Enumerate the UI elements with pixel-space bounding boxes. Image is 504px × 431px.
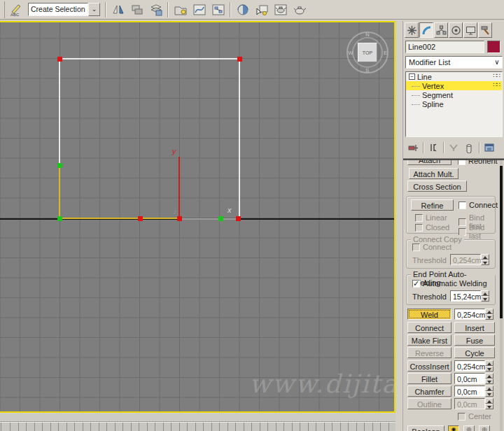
spin-down-icon[interactable] [485,314,493,320]
stack-item-vertex[interactable]: Vertex ∷∷ [406,81,502,90]
bind-last-checkbox[interactable]: Bind last [458,223,495,240]
checkbox-icon[interactable] [458,202,466,209]
spline-segment-left-upper[interactable] [59,59,60,165]
spline-vertex[interactable] [57,57,62,62]
layer-manager-icon[interactable] [147,1,164,18]
viewport-top[interactable]: y x z N S W E TOP www.dijitalde [0,22,394,411]
weld-spinner[interactable]: 0,254cm [454,309,493,320]
reorient-checkbox[interactable]: Reorient [458,160,498,165]
stack-item-spline[interactable]: Spline [406,99,502,108]
render-production-icon[interactable] [290,1,308,18]
show-end-result-icon[interactable] [426,141,441,155]
viewcube-east[interactable]: E [384,50,387,56]
checkbox-icon[interactable] [412,280,420,288]
spline-vertex[interactable] [57,163,62,168]
spline-segment-top[interactable] [59,58,239,59]
object-color-swatch[interactable] [487,41,500,53]
mirror-icon[interactable] [109,1,127,18]
spline-segment-bottom-selected[interactable] [59,218,179,219]
boolean-intersect-icon[interactable]: ◎ [479,425,490,431]
spin-up-icon[interactable] [485,309,493,314]
weld-threshold-spinner[interactable]: 15,24cm [450,290,489,302]
make-unique-icon[interactable] [446,141,461,155]
cross-insert-button[interactable]: CrossInsert [407,360,451,372]
spin-up-icon[interactable] [485,386,493,391]
spline-vertex[interactable] [57,216,62,221]
spin-up-icon[interactable] [485,360,493,366]
spin-up-icon[interactable] [481,290,489,296]
spline-segment-right[interactable] [239,59,240,218]
stack-item-segment[interactable]: Segment [406,90,502,99]
stack-item-line[interactable]: − Line ∷∷ [406,72,502,81]
spin-down-icon[interactable] [485,379,493,384]
rollout-scrollbar[interactable] [500,160,503,431]
fillet-button[interactable]: Fillet [407,373,451,384]
remove-modifier-icon[interactable] [461,141,477,155]
render-setup-icon[interactable] [253,1,270,18]
modifier-list-dropdown[interactable]: Modifier List ∨ [405,56,503,69]
light-lister-icon[interactable] [172,1,189,18]
tab-motion[interactable] [449,22,463,38]
material-editor-icon[interactable] [234,1,251,18]
boolean-button[interactable]: Boolean [407,425,444,431]
fuse-button[interactable]: Fuse [454,334,495,346]
chevron-down-icon[interactable]: ∨ [492,57,502,68]
tab-modify[interactable] [419,22,433,38]
selection-set-combo-value[interactable]: Create Selection Se [28,3,88,16]
closed-checkbox[interactable]: Closed [415,223,449,232]
spline-segment-left-lower-selected[interactable] [59,165,60,218]
tab-create[interactable] [405,22,419,38]
attach-mult-button[interactable]: Attach Mult. [409,168,458,179]
time-slider-strip[interactable] [0,414,396,422]
refine-connect-checkbox[interactable]: Connect [458,201,498,209]
combo-dropdown-icon[interactable]: ⌄ [88,3,100,16]
align-icon[interactable] [128,1,146,18]
pin-stack-icon[interactable] [405,141,421,155]
spline-vertex[interactable] [218,216,223,221]
tab-hierarchy[interactable] [434,22,448,38]
weld-button[interactable]: Weld [407,309,451,320]
spin-up-icon[interactable] [485,373,493,379]
schematic-view-icon[interactable] [209,1,227,18]
viewcube[interactable]: N S W E TOP [346,31,391,76]
fillet-spinner[interactable]: 0,0cm [454,373,493,384]
spin-down-icon[interactable] [485,366,493,372]
linear-checkbox[interactable]: Linear [415,213,447,222]
cross-insert-spinner[interactable]: 0,254cm [454,360,493,372]
rendered-frame-window-icon[interactable] [272,1,289,18]
gizmo-x-axis[interactable] [179,218,238,220]
chamfer-button[interactable]: Chamfer [407,386,451,397]
spline-vertex[interactable] [236,216,241,221]
gizmo-y-axis[interactable] [178,157,180,219]
automatic-welding-checkbox[interactable]: Automatic Welding [412,279,487,288]
viewcube-west[interactable]: W [348,50,354,56]
named-selection-sets-icon[interactable]: ABC [7,1,24,18]
selection-set-combo[interactable]: Create Selection Se ⌄ [28,3,100,16]
checkbox-icon[interactable] [458,160,465,165]
boolean-subtract-icon[interactable]: ◎ [463,425,475,431]
spline-vertex[interactable] [237,57,242,62]
boolean-union-icon[interactable]: ◉ [448,425,459,431]
cycle-button[interactable]: Cycle [454,347,495,358]
chamfer-spinner[interactable]: 0,0cm [454,386,493,397]
attach-button[interactable]: Attach [407,160,451,165]
connect-button[interactable]: Connect [407,322,451,333]
scrollbar-thumb[interactable] [500,166,503,318]
object-name-field[interactable]: Line002 [405,41,484,53]
track-bar[interactable] [0,422,396,431]
curve-editor-icon[interactable] [190,1,208,18]
spin-down-icon[interactable] [481,296,489,302]
refine-button[interactable]: Refine [411,199,454,211]
viewcube-top-face[interactable]: TOP [358,43,377,62]
tab-utilities[interactable] [478,22,492,38]
make-first-button[interactable]: Make First [407,334,451,346]
insert-button[interactable]: Insert [454,322,495,333]
tab-display[interactable] [463,22,477,38]
viewcube-south[interactable]: S [365,67,369,73]
spline-vertex[interactable] [177,216,182,221]
spin-down-icon[interactable] [485,391,493,397]
spline-vertex[interactable] [138,216,143,221]
cross-section-button[interactable]: Cross Section [407,181,467,192]
configure-modifier-sets-icon[interactable] [482,141,497,155]
collapse-icon[interactable]: − [409,73,415,80]
